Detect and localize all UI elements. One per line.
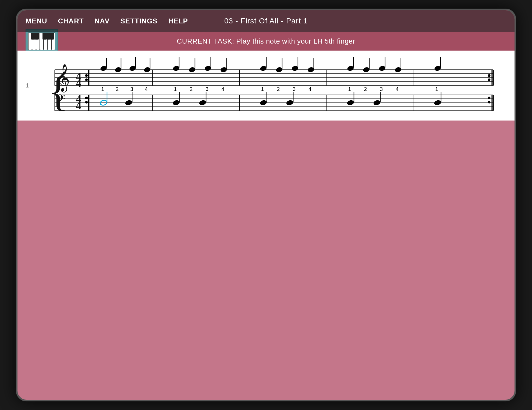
app-title: 03 - First Of All - Part 1 bbox=[224, 17, 308, 25]
svg-point-66 bbox=[260, 65, 267, 72]
task-bar: CURRENT TASK: Play this note with your L… bbox=[17, 32, 515, 51]
svg-point-48 bbox=[129, 65, 136, 72]
svg-point-81 bbox=[363, 67, 370, 73]
svg-point-69 bbox=[275, 67, 283, 73]
svg-point-101 bbox=[260, 100, 267, 106]
svg-text:2: 2 bbox=[277, 86, 280, 92]
menu-item-settings[interactable]: SETTINGS bbox=[120, 17, 158, 25]
svg-point-105 bbox=[347, 100, 354, 106]
svg-text:1: 1 bbox=[348, 86, 351, 92]
svg-point-51 bbox=[144, 67, 151, 73]
svg-point-60 bbox=[204, 65, 211, 72]
svg-text:4: 4 bbox=[308, 86, 311, 92]
staff-container: 𝄞 𝄢 4 4 4 4 bbox=[34, 56, 498, 115]
svg-point-103 bbox=[286, 100, 294, 106]
svg-point-39 bbox=[488, 78, 491, 81]
svg-point-54 bbox=[173, 65, 180, 72]
svg-text:4: 4 bbox=[145, 86, 148, 92]
svg-text:1: 1 bbox=[435, 86, 438, 92]
sheet-music-area: 1 bbox=[17, 51, 515, 121]
svg-point-41 bbox=[488, 101, 491, 104]
svg-text:2: 2 bbox=[116, 86, 119, 92]
svg-text:4: 4 bbox=[76, 99, 81, 112]
svg-text:3: 3 bbox=[293, 86, 296, 92]
current-task-text: CURRENT TASK: Play this note with your L… bbox=[177, 37, 355, 45]
svg-text:1: 1 bbox=[261, 86, 264, 92]
svg-text:2: 2 bbox=[190, 86, 193, 92]
svg-point-107 bbox=[373, 100, 381, 106]
menu-item-help[interactable]: HELP bbox=[168, 17, 188, 25]
svg-point-84 bbox=[378, 65, 386, 72]
menu-item-chart[interactable]: CHART bbox=[58, 17, 84, 25]
svg-text:1: 1 bbox=[174, 86, 177, 92]
svg-point-57 bbox=[188, 67, 196, 73]
svg-point-72 bbox=[291, 65, 299, 72]
svg-point-97 bbox=[172, 100, 180, 106]
svg-text:3: 3 bbox=[205, 86, 208, 92]
menu-item-menu[interactable]: MENU bbox=[26, 17, 47, 25]
measure-number: 1 bbox=[26, 82, 29, 89]
svg-point-30 bbox=[85, 74, 88, 77]
svg-point-75 bbox=[307, 67, 314, 73]
svg-point-40 bbox=[488, 97, 491, 99]
svg-point-78 bbox=[347, 65, 354, 72]
svg-text:3: 3 bbox=[130, 86, 133, 92]
svg-point-90 bbox=[434, 65, 441, 72]
menu-item-nav[interactable]: NAV bbox=[95, 17, 110, 25]
svg-point-31 bbox=[85, 78, 88, 81]
svg-point-95 bbox=[125, 100, 133, 106]
svg-text:4: 4 bbox=[221, 86, 224, 92]
svg-point-32 bbox=[85, 97, 88, 99]
piano-icon bbox=[28, 33, 55, 50]
svg-point-45 bbox=[115, 67, 122, 73]
svg-point-99 bbox=[199, 100, 207, 106]
svg-text:4: 4 bbox=[76, 77, 81, 89]
svg-point-38 bbox=[488, 74, 491, 77]
svg-point-87 bbox=[394, 67, 402, 73]
svg-point-33 bbox=[85, 101, 88, 104]
piano-icon-button[interactable] bbox=[26, 29, 58, 53]
svg-text:2: 2 bbox=[364, 86, 367, 92]
svg-point-63 bbox=[220, 67, 227, 73]
svg-text:3: 3 bbox=[380, 86, 383, 92]
svg-text:{: { bbox=[48, 68, 68, 115]
svg-text:1: 1 bbox=[101, 86, 104, 92]
svg-point-109 bbox=[434, 100, 442, 106]
menu-bar: MENU CHART NAV SETTINGS HELP 03 - First … bbox=[17, 10, 515, 32]
svg-point-42 bbox=[100, 65, 107, 72]
svg-text:4: 4 bbox=[396, 86, 399, 92]
